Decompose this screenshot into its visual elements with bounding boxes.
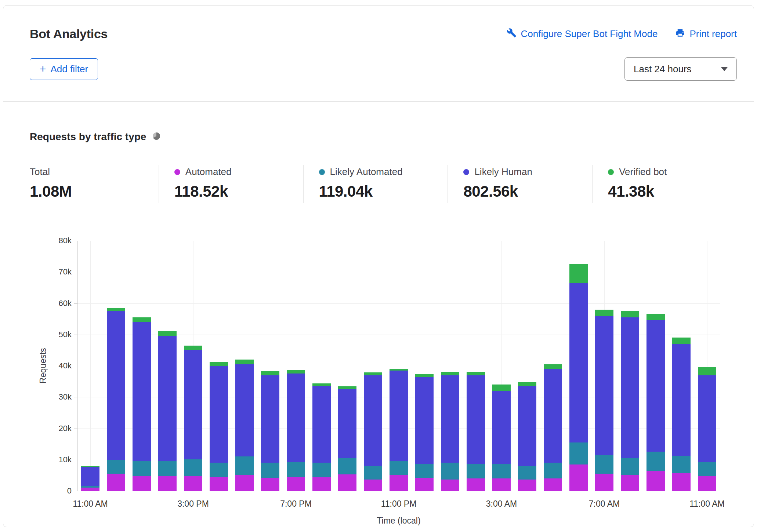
segment-verified-bot xyxy=(672,338,691,344)
stat-value: 118.52k xyxy=(174,183,303,200)
configure-link-label: Configure Super Bot Fight Mode xyxy=(521,28,658,40)
configure-super-bot-fight-mode-link[interactable]: Configure Super Bot Fight Mode xyxy=(507,28,658,40)
bar-hour-22[interactable] xyxy=(646,314,665,491)
bar-hour-11[interactable] xyxy=(364,372,382,491)
segment-likely-automated xyxy=(364,466,382,480)
y-tick-mark xyxy=(74,397,77,397)
segment-likely-human xyxy=(492,391,511,464)
segment-likely-human xyxy=(518,386,536,466)
segment-automated xyxy=(441,480,459,491)
segment-automated xyxy=(287,477,305,491)
segment-automated xyxy=(646,471,665,491)
requests-chart: 010k20k30k40k50k60k70k80k11:00 AM3:00 PM… xyxy=(30,236,737,527)
segment-likely-automated xyxy=(672,456,691,473)
segment-likely-human xyxy=(210,366,228,463)
segment-likely-human xyxy=(158,336,177,461)
segment-automated xyxy=(312,477,331,491)
y-tick-mark xyxy=(74,366,77,366)
segment-likely-human xyxy=(390,371,408,461)
segment-likely-automated xyxy=(107,460,125,474)
segment-likely-human xyxy=(312,386,331,463)
x-tick-label: 3:00 PM xyxy=(153,499,233,509)
stat-label: Total xyxy=(30,166,50,178)
y-tick-mark xyxy=(74,272,77,272)
segment-likely-automated xyxy=(467,464,485,478)
stat-likely-automated[interactable]: Likely Automated119.04k xyxy=(303,165,448,203)
segment-verified-bot xyxy=(158,331,177,336)
segment-likely-automated xyxy=(646,452,665,470)
stat-total[interactable]: Total1.08M xyxy=(30,165,159,203)
bar-hour-21[interactable] xyxy=(621,311,639,491)
y-tick-label: 70k xyxy=(31,267,72,277)
bar-hour-7[interactable] xyxy=(261,371,279,491)
plus-icon: + xyxy=(40,65,46,73)
bar-hour-17[interactable] xyxy=(518,382,536,491)
segment-verified-bot xyxy=(492,385,511,391)
y-tick-label: 50k xyxy=(31,330,72,339)
wrench-icon xyxy=(507,28,517,40)
add-filter-label: Add filter xyxy=(51,63,88,75)
legend-dot xyxy=(608,169,614,175)
bar-hour-1[interactable] xyxy=(107,308,125,491)
bar-hour-16[interactable] xyxy=(492,385,511,491)
segment-likely-automated xyxy=(698,462,716,476)
segment-likely-human xyxy=(595,316,613,455)
bar-hour-0[interactable] xyxy=(81,466,99,491)
y-tick-mark xyxy=(74,303,77,304)
segment-likely-automated xyxy=(621,458,639,475)
x-axis-title: Time (local) xyxy=(344,516,454,526)
segment-automated xyxy=(569,464,588,491)
segment-likely-human xyxy=(287,374,305,462)
segment-likely-human xyxy=(467,375,485,464)
segment-verified-bot xyxy=(133,317,151,322)
segment-likely-automated xyxy=(595,455,613,474)
add-filter-button[interactable]: + Add filter xyxy=(30,58,98,80)
segment-likely-automated xyxy=(569,442,588,464)
segment-automated xyxy=(210,477,228,491)
segment-verified-bot xyxy=(441,372,459,375)
bar-hour-9[interactable] xyxy=(312,383,331,491)
print-report-link[interactable]: Print report xyxy=(675,28,737,40)
stat-automated[interactable]: Automated118.52k xyxy=(159,165,303,203)
bar-hour-5[interactable] xyxy=(210,362,228,491)
bar-hour-2[interactable] xyxy=(133,317,151,491)
stat-label: Automated xyxy=(185,166,232,178)
y-tick-label: 40k xyxy=(31,361,72,371)
segment-verified-bot xyxy=(287,370,305,374)
bar-hour-4[interactable] xyxy=(184,346,202,491)
bar-hour-18[interactable] xyxy=(544,364,562,491)
segment-likely-human xyxy=(441,375,459,463)
segment-likely-automated xyxy=(492,464,511,478)
stat-verified-bot[interactable]: Verified bot41.38k xyxy=(592,165,737,203)
stat-likely-human[interactable]: Likely Human802.56k xyxy=(448,165,592,203)
segment-verified-bot xyxy=(544,364,562,369)
bar-hour-24[interactable] xyxy=(698,367,716,491)
bar-hour-3[interactable] xyxy=(158,331,177,491)
bar-hour-20[interactable] xyxy=(595,310,613,491)
bar-hour-10[interactable] xyxy=(338,386,356,491)
bar-hour-6[interactable] xyxy=(235,360,254,491)
segment-likely-automated xyxy=(518,466,536,480)
stat-label: Likely Automated xyxy=(330,166,403,178)
segment-likely-human xyxy=(81,467,99,487)
bar-hour-19[interactable] xyxy=(569,264,588,491)
segment-verified-bot xyxy=(518,382,536,386)
legend-dot xyxy=(319,169,325,175)
bar-hour-15[interactable] xyxy=(467,372,485,491)
time-range-value: Last 24 hours xyxy=(634,63,692,75)
bar-hour-12[interactable] xyxy=(390,369,408,491)
segment-verified-bot xyxy=(184,346,202,350)
time-range-select[interactable]: Last 24 hours xyxy=(624,57,737,81)
bar-hour-14[interactable] xyxy=(441,372,459,491)
bar-hour-23[interactable] xyxy=(672,338,691,491)
requests-section: Requests by traffic type Total1.08MAutom… xyxy=(3,102,754,527)
stat-label: Verified bot xyxy=(619,166,667,178)
segment-automated xyxy=(364,480,382,491)
bar-hour-13[interactable] xyxy=(415,374,434,491)
segment-likely-human xyxy=(235,364,254,456)
x-tick-label: 11:00 AM xyxy=(50,499,131,509)
stat-label: Likely Human xyxy=(474,166,532,178)
y-axis-line xyxy=(77,241,78,491)
bar-hour-8[interactable] xyxy=(287,370,305,491)
segment-automated xyxy=(492,478,511,491)
